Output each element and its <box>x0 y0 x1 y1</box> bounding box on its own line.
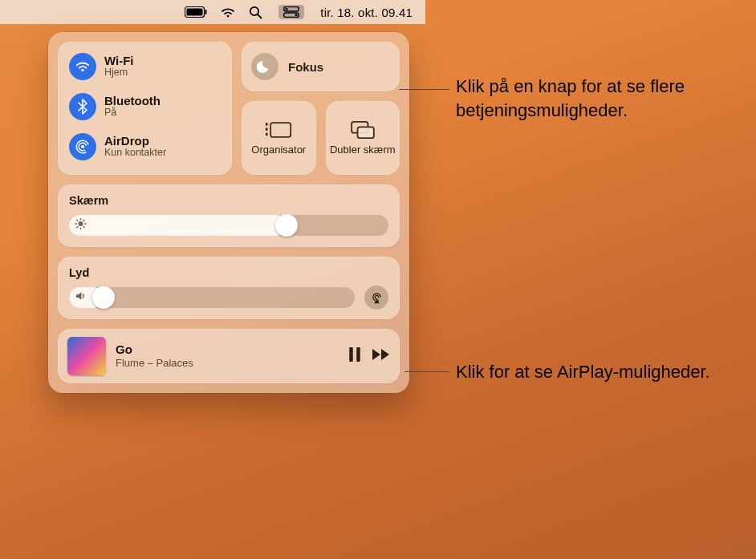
svg-line-24 <box>83 226 84 227</box>
svg-rect-29 <box>349 347 353 362</box>
now-playing-subtitle: Flume – Palaces <box>116 357 339 370</box>
svg-point-8 <box>295 14 298 16</box>
airdrop-icon <box>69 133 96 160</box>
menubar-control-center[interactable] <box>269 0 314 24</box>
focus-label: Fokus <box>288 60 323 74</box>
svg-rect-13 <box>266 128 268 131</box>
svg-point-9 <box>81 145 84 148</box>
airdrop-toggle[interactable]: AirDrop Kun kontakter <box>66 128 224 165</box>
menubar-wifi[interactable] <box>213 0 242 24</box>
pause-icon <box>348 347 361 362</box>
svg-rect-17 <box>357 127 373 138</box>
connectivity-tile: Wi-Fi Hjem Bluetooth På AirDrop <box>58 42 232 175</box>
display-section: Skærm <box>58 184 400 247</box>
svg-point-28 <box>374 294 379 299</box>
callout-airplay: Klik for at se AirPlay-muligheder. <box>456 360 710 384</box>
battery-icon <box>185 6 207 18</box>
wifi-toggle[interactable]: Wi-Fi Hjem <box>66 48 224 85</box>
airdrop-status: Kun kontakter <box>104 148 166 159</box>
album-art <box>67 337 106 375</box>
stage-manager-button[interactable]: Organisator <box>242 101 316 175</box>
airplay-audio-button[interactable] <box>364 286 388 310</box>
brightness-icon <box>75 218 87 233</box>
bluetooth-icon <box>69 93 96 120</box>
callout-leader <box>399 89 449 90</box>
callout-top: Klik på en knap for at se flere betjenin… <box>456 75 737 122</box>
airdrop-label: AirDrop <box>104 135 166 148</box>
svg-line-26 <box>83 220 84 221</box>
screen-mirroring-icon <box>349 120 376 140</box>
pause-button[interactable] <box>348 347 361 365</box>
sound-section: Lyd <box>58 257 400 319</box>
bluetooth-status: På <box>104 107 161 119</box>
display-slider[interactable] <box>69 215 388 236</box>
control-center-icon <box>283 6 299 18</box>
wifi-label: Wi-Fi <box>104 55 134 68</box>
display-label: Skærm <box>69 194 388 207</box>
svg-rect-2 <box>205 10 207 14</box>
wifi-icon <box>220 6 236 18</box>
bluetooth-label: Bluetooth <box>104 95 161 108</box>
now-playing-title: Go <box>116 342 339 357</box>
svg-rect-14 <box>266 132 268 136</box>
speaker-icon <box>75 290 87 306</box>
screen-mirroring-label: Dubler skærm <box>330 144 396 156</box>
svg-line-25 <box>77 226 78 227</box>
sound-slider[interactable] <box>69 287 355 308</box>
wifi-icon <box>69 53 96 80</box>
menubar: tir. 18. okt. 09.41 <box>0 0 425 24</box>
svg-point-18 <box>79 221 83 226</box>
svg-line-4 <box>258 14 261 18</box>
focus-button[interactable]: Fokus <box>242 42 400 91</box>
menubar-datetime[interactable]: tir. 18. okt. 09.41 <box>314 0 419 24</box>
next-icon <box>372 348 390 361</box>
svg-rect-1 <box>187 9 203 16</box>
svg-rect-30 <box>356 347 360 362</box>
search-icon <box>249 6 262 19</box>
airplay-icon <box>370 291 384 305</box>
menubar-battery[interactable] <box>178 0 213 24</box>
callout-leader <box>404 371 449 372</box>
svg-point-6 <box>286 8 288 10</box>
stage-manager-label: Organisator <box>251 144 306 156</box>
stage-manager-icon <box>265 120 292 140</box>
sound-label: Lyd <box>69 266 388 279</box>
bluetooth-toggle[interactable]: Bluetooth På <box>66 88 224 125</box>
control-center-panel: Wi-Fi Hjem Bluetooth På AirDrop <box>48 32 409 393</box>
svg-rect-12 <box>266 123 268 126</box>
now-playing-tile[interactable]: Go Flume – Palaces <box>58 329 400 383</box>
wifi-status: Hjem <box>104 67 134 79</box>
svg-line-23 <box>77 220 78 221</box>
next-track-button[interactable] <box>372 348 390 364</box>
screen-mirroring-button[interactable]: Dubler skærm <box>326 101 400 175</box>
menubar-spotlight[interactable] <box>242 0 269 24</box>
svg-rect-15 <box>270 123 291 137</box>
moon-icon <box>251 53 278 80</box>
